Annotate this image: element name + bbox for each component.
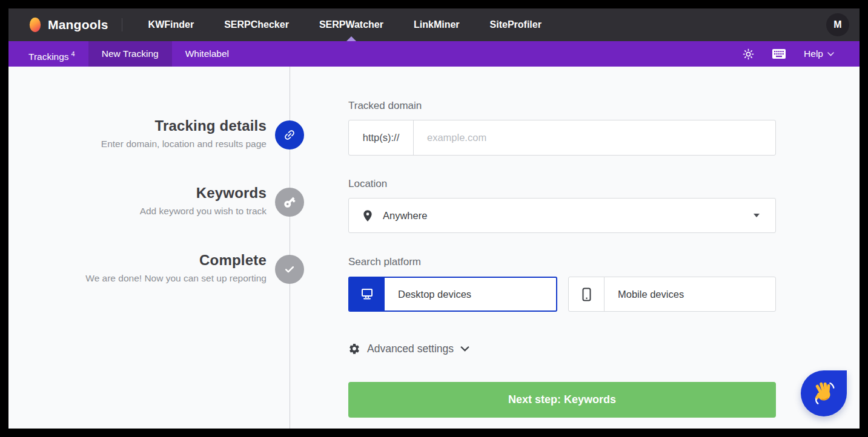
tracked-domain-input-group: http(s):// [348,120,776,156]
step-indicator-tracking-details[interactable] [275,120,304,150]
step-indicator-keywords[interactable] [275,188,304,217]
platform-label-desktop: Desktop devices [385,278,471,310]
search-platform-label: Search platform [348,256,421,268]
mobile-icon [569,277,605,311]
brightness-icon[interactable] [743,48,754,60]
main-content: Tracking details Enter domain, location … [8,67,860,429]
trackings-count-badge: 4 [71,50,75,58]
step-keywords: Keywords Add keyword you wish to track [36,185,267,217]
step-indicator-complete[interactable] [275,255,304,284]
sub-nav-item-new-tracking[interactable]: New Tracking [88,41,172,67]
sub-nav-item-whitelabel[interactable]: Whitelabel [172,41,242,67]
check-icon [283,263,296,275]
gear-icon [348,343,360,355]
nav-divider [122,18,122,31]
sub-nav: Trackings4 New Tracking Whitelabel Help [8,41,860,67]
help-menu[interactable]: Help [804,48,834,59]
key-icon [283,196,296,209]
step-complete: Complete We are done! Now you can set up… [36,252,267,284]
protocol-prefix: http(s):// [349,120,414,155]
top-nav-item-serpchecker[interactable]: SERPChecker [209,8,304,41]
map-pin-icon [363,209,373,222]
next-step-button[interactable]: Next step: Keywords [348,382,776,418]
platform-option-desktop[interactable]: Desktop devices [348,277,557,312]
step-title: Keywords [36,185,267,202]
tracked-domain-input[interactable] [414,120,775,155]
step-title: Complete [36,252,267,269]
step-subtitle: Enter domain, location and results page [36,139,267,150]
top-nav-item-linkminer[interactable]: LinkMiner [399,8,475,41]
top-nav-item-serpwatcher[interactable]: SERPWatcher [304,8,399,41]
platform-label-mobile: Mobile devices [605,277,684,311]
chat-widget-button[interactable] [801,370,847,416]
step-subtitle: Add keyword you wish to track [36,206,267,217]
step-title: Tracking details [36,117,267,134]
location-label: Location [348,178,387,190]
location-select[interactable]: Anywhere [348,198,776,233]
top-nav-item-kwfinder[interactable]: KWFinder [133,8,210,41]
tracked-domain-label: Tracked domain [348,100,422,112]
location-selected-value: Anywhere [383,210,427,222]
new-tracking-form: Tracked domain http(s):// Location Anywh… [348,67,776,429]
keyboard-shortcuts-icon[interactable] [772,49,786,59]
trackings-label: Trackings [28,51,69,62]
step-subtitle: We are done! Now you can set up reportin… [36,273,267,284]
waving-hand-icon [810,380,838,407]
advanced-settings-toggle[interactable]: Advanced settings [348,340,469,357]
platform-option-mobile[interactable]: Mobile devices [568,277,776,312]
chevron-down-icon [827,52,834,56]
advanced-settings-label: Advanced settings [367,343,454,355]
caret-down-icon [754,214,760,217]
top-nav-item-siteprofiler[interactable]: SiteProfiler [475,8,557,41]
mango-icon [28,16,42,33]
top-nav: Mangools KWFinder SERPChecker SERPWatche… [8,8,860,41]
sub-nav-actions: Help [743,48,834,60]
brand-name: Mangools [48,18,108,32]
chevron-down-icon [460,346,469,352]
search-platform-options: Desktop devices Mobile devices [348,277,776,312]
desktop-icon [350,278,385,310]
user-avatar[interactable]: M [826,13,849,36]
step-tracking-details: Tracking details Enter domain, location … [36,117,267,150]
help-label: Help [804,48,823,59]
mangools-logo[interactable]: Mangools [28,16,108,33]
sub-nav-item-trackings[interactable]: Trackings4 [15,41,88,67]
link-icon [283,128,296,142]
